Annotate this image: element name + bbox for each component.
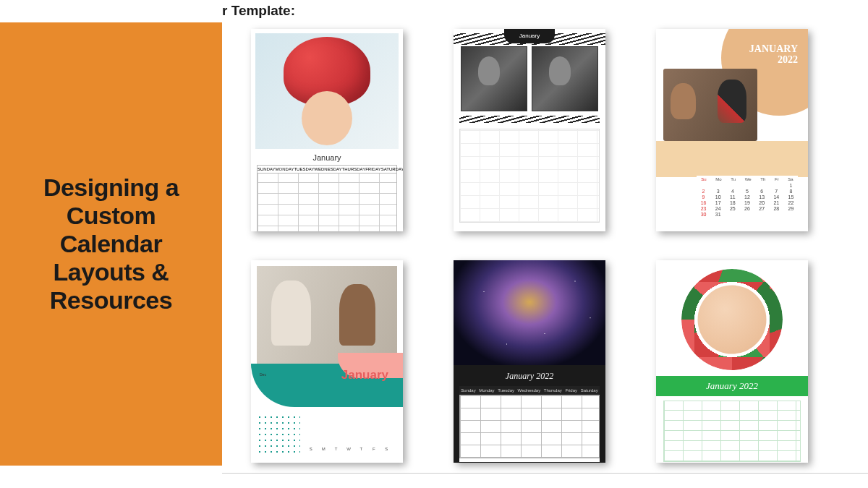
month-label: January 2022 — [454, 365, 605, 386]
weekday-header: Su Mo Tu We Th Fr Sa — [697, 176, 798, 183]
date-grid — [459, 395, 600, 458]
calendar-template-3[interactable]: JANUARY 2022 Su Mo Tu We Th Fr Sa 123456… — [656, 29, 808, 231]
template-photo-left — [461, 46, 527, 111]
decorative-band — [656, 141, 808, 177]
calendar-template-2[interactable]: January — [454, 29, 605, 231]
floral-wreath — [681, 269, 783, 370]
calendar-template-1[interactable]: January SUNDAY MONDAY TUESDAY WEDNESDAY … — [251, 29, 403, 231]
month-label: January — [341, 368, 388, 382]
calendar-grid — [257, 173, 397, 231]
calendar-area: January Dec S M T W T F S — [251, 364, 403, 461]
month-label: January 2022 — [656, 376, 808, 396]
decorative-scribble — [459, 116, 600, 123]
weekday-header: Sunday Monday Tuesday Wednesday Thursday… — [459, 386, 600, 395]
month-label: JANUARY 2022 — [749, 43, 798, 66]
calendar-template-4[interactable]: January Dec S M T W T F S — [251, 260, 403, 463]
template-photo — [255, 33, 399, 149]
calendar-grid: S M T W T F S — [305, 447, 392, 453]
weekday-header: SUNDAY MONDAY TUESDAY WEDNESDAY THURSDAY… — [257, 165, 397, 173]
calendar-grid: Sunday Monday Tuesday Wednesday Thursday… — [459, 386, 600, 462]
sidebar-panel: Designing a Custom Calendar Layouts & Re… — [0, 22, 222, 466]
month-label: January — [251, 149, 403, 165]
mini-calendar-label: Dec — [260, 372, 266, 378]
template-photo — [698, 286, 767, 354]
calendar-template-6[interactable]: January 2022 — [656, 260, 808, 463]
template-photo-right — [532, 46, 598, 111]
calendar-template-5[interactable]: January 2022 Sunday Monday Tuesday Wedne… — [454, 260, 605, 463]
date-numbers: 1234567891011121314151617181920212223242… — [697, 183, 798, 217]
template-photo — [663, 69, 757, 141]
weekday-header: S M T W T F S — [305, 447, 392, 451]
calendar-grid — [663, 401, 801, 462]
calendar-grid — [459, 129, 600, 223]
template-gallery: January SUNDAY MONDAY TUESDAY WEDNESDAY … — [222, 22, 868, 474]
section-heading-fragment: Template: — [222, 0, 295, 22]
template-photo — [454, 260, 605, 365]
month-tab: January — [504, 29, 555, 43]
template-photo — [257, 266, 397, 364]
decorative-dots — [257, 414, 300, 454]
photo-subject-face — [302, 91, 352, 145]
calendar-grid: Su Mo Tu We Th Fr Sa 1234567891011121314… — [697, 176, 798, 217]
page-title: Designing a Custom Calendar Layouts & Re… — [22, 174, 200, 314]
